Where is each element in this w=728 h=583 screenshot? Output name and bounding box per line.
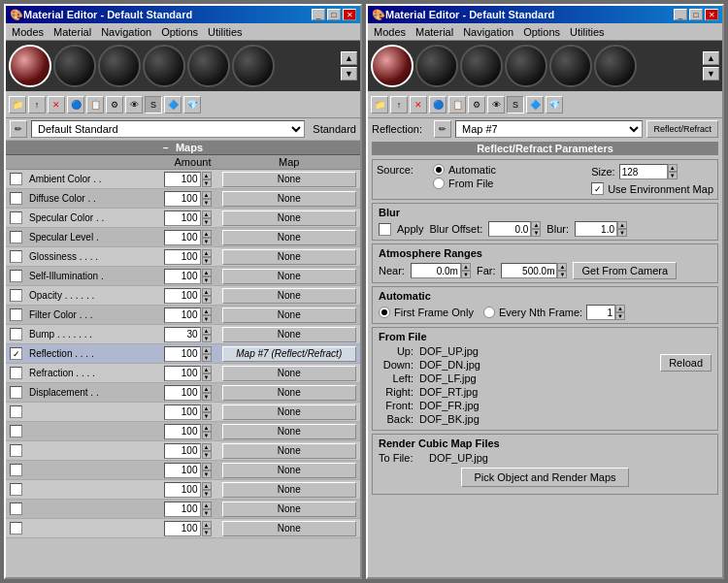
spin-down-row16[interactable]: ▼ (202, 470, 212, 478)
checkbox-diffuse[interactable] (10, 192, 22, 205)
right-preview-nav-up[interactable]: ▲ (703, 51, 719, 65)
left-menu-material[interactable]: Material (50, 25, 95, 39)
amount-input-row15[interactable] (164, 443, 201, 459)
amount-input-filter_color[interactable] (164, 308, 201, 323)
every-nth-radio[interactable] (483, 307, 495, 318)
spin-down-row15[interactable]: ▼ (202, 451, 212, 459)
amount-input-row16[interactable] (164, 463, 201, 478)
spin-up-displacement[interactable]: ▲ (202, 385, 212, 393)
get-from-camera-btn[interactable]: Get From Camera (573, 262, 677, 279)
map-btn-refraction[interactable]: None (222, 366, 357, 381)
map-btn-displacement[interactable]: None (222, 385, 357, 401)
right-menu-utilities[interactable]: Utilities (566, 25, 608, 39)
preview-ball-5[interactable] (187, 45, 230, 87)
checkbox-row17[interactable] (10, 483, 22, 496)
spin-up-filter_color[interactable]: ▲ (202, 308, 212, 315)
left-menu-navigation[interactable]: Navigation (97, 25, 155, 39)
put-to-scene-icon[interactable]: ↑ (28, 96, 46, 113)
spin-down-specular_color[interactable]: ▼ (202, 218, 212, 226)
checkbox-row16[interactable] (10, 464, 22, 476)
preview-ball-1[interactable] (9, 45, 51, 87)
blur-spin-up[interactable]: ▲ (617, 221, 627, 229)
spin-down-filter_color[interactable]: ▼ (202, 315, 212, 323)
map-btn-row17[interactable]: None (222, 482, 357, 498)
right-pick-icon[interactable]: 🔵 (429, 96, 447, 113)
spin-down-glossiness[interactable]: ▼ (202, 257, 212, 265)
right-get-material-icon[interactable]: 📁 (371, 96, 388, 113)
right-menu-material[interactable]: Material (412, 25, 457, 39)
standard-icon[interactable]: S (145, 96, 162, 113)
spin-up-row18[interactable]: ▲ (202, 502, 212, 509)
every-nth-input[interactable] (586, 305, 615, 320)
pick-icon[interactable]: 🔵 (67, 96, 84, 113)
use-env-checkbox[interactable]: ✓ (591, 182, 604, 195)
map-btn-filter_color[interactable]: None (222, 308, 357, 323)
checkbox-row18[interactable] (10, 502, 22, 515)
automatic-radio[interactable] (433, 164, 445, 176)
right-maximize-button[interactable]: □ (689, 9, 703, 20)
checkbox-row15[interactable] (10, 444, 22, 457)
spin-up-glossiness[interactable]: ▲ (202, 249, 212, 257)
reload-btn[interactable]: Reload (660, 354, 711, 372)
spin-down-bump[interactable]: ▼ (202, 335, 212, 342)
checkbox-specular_level[interactable] (10, 231, 22, 243)
amount-input-row17[interactable] (164, 482, 201, 498)
right-close-button[interactable]: ✕ (705, 9, 718, 20)
blur-input[interactable] (575, 221, 617, 237)
spin-down-refraction[interactable]: ▼ (202, 373, 212, 381)
right-standard-icon[interactable]: S (507, 96, 524, 113)
amount-input-glossiness[interactable] (164, 249, 201, 265)
right-preview-ball-2[interactable] (415, 45, 458, 87)
right-render-icon[interactable]: 🔷 (526, 96, 544, 113)
right-preview-ball-5[interactable] (549, 45, 592, 87)
map-btn-ambient[interactable]: None (222, 172, 357, 187)
left-menu-options[interactable]: Options (157, 25, 202, 39)
spin-down-row14[interactable]: ▼ (202, 432, 212, 439)
right-preview-ball-6[interactable] (594, 45, 637, 87)
checkbox-bump[interactable] (10, 328, 22, 340)
amount-input-displacement[interactable] (164, 385, 201, 401)
checkbox-ambient[interactable] (10, 173, 22, 185)
sample-icon[interactable]: 💎 (183, 96, 201, 113)
spin-down-row17[interactable]: ▼ (202, 490, 212, 498)
right-menu-options[interactable]: Options (519, 25, 564, 39)
right-preview-nav-down[interactable]: ▼ (703, 67, 719, 81)
map-btn-row15[interactable]: None (222, 443, 357, 459)
reflect-refract-btn[interactable]: Reflect/Refract (646, 120, 718, 138)
spin-up-diffuse[interactable]: ▲ (202, 191, 212, 199)
from-file-radio[interactable] (433, 178, 445, 189)
right-options-icon[interactable]: ⚙ (468, 96, 485, 113)
blur-offset-input[interactable] (488, 221, 531, 237)
map-btn-self_illum[interactable]: None (222, 269, 357, 284)
get-material-icon[interactable]: 📁 (9, 96, 26, 113)
map-btn-row18[interactable]: None (222, 502, 357, 517)
checkbox-row14[interactable] (10, 425, 22, 437)
pick-render-btn[interactable]: Pick Object and Render Maps (461, 468, 628, 487)
spin-down-row19[interactable]: ▼ (202, 529, 212, 536)
left-maximize-button[interactable]: □ (327, 9, 341, 20)
amount-input-bump[interactable] (164, 327, 201, 342)
right-preview-ball-3[interactable] (460, 45, 503, 87)
spin-down-self_illum[interactable]: ▼ (202, 276, 212, 284)
spin-down-displacement[interactable]: ▼ (202, 393, 212, 401)
amount-input-refraction[interactable] (164, 366, 201, 381)
preview-ball-4[interactable] (143, 45, 185, 87)
right-views-icon[interactable]: 👁 (487, 96, 505, 113)
checkbox-reflection[interactable]: ✓ (10, 347, 22, 360)
size-input[interactable] (619, 164, 668, 179)
amount-input-specular_color[interactable] (164, 211, 201, 226)
copy-icon[interactable]: 📋 (86, 96, 104, 113)
views-icon[interactable]: 👁 (125, 96, 143, 113)
blur-offset-spin-up[interactable]: ▲ (531, 221, 541, 229)
near-input[interactable] (411, 263, 461, 278)
near-spin-up[interactable]: ▲ (461, 263, 471, 271)
spin-up-row17[interactable]: ▲ (202, 482, 212, 490)
spin-up-bump[interactable]: ▲ (202, 327, 212, 335)
spin-up-row14[interactable]: ▲ (202, 424, 212, 432)
right-menu-modes[interactable]: Modes (370, 25, 410, 39)
amount-input-reflection[interactable] (164, 346, 201, 362)
amount-input-row14[interactable] (164, 424, 201, 439)
checkbox-glossiness[interactable] (10, 250, 22, 263)
preview-ball-3[interactable] (98, 45, 141, 87)
preview-nav-up[interactable]: ▲ (341, 51, 357, 65)
